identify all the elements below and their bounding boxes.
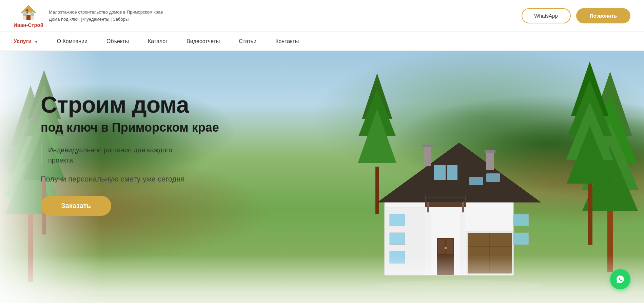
- order-button[interactable]: Заказать: [41, 196, 111, 216]
- hero-quote: Индивидуальное решение для каждого проек…: [41, 145, 190, 165]
- nav-link-about[interactable]: О Компании: [47, 32, 97, 51]
- whatsapp-icon: [614, 273, 626, 285]
- svg-rect-63: [446, 239, 453, 254]
- nav-link-articles[interactable]: Статьи: [229, 32, 266, 51]
- nav-item-services[interactable]: Услуги ▼: [14, 32, 47, 51]
- header-buttons: WhatsApp Позвонить: [522, 8, 630, 23]
- nav-item-video[interactable]: Видеоотчеты: [177, 32, 229, 51]
- hero-subtitle: Получи персональную смету уже сегодня: [41, 175, 219, 184]
- svg-rect-4: [31, 14, 34, 16]
- nav-link-video[interactable]: Видеоотчеты: [177, 32, 229, 51]
- logo-container[interactable]: Иван-Строй: [14, 3, 43, 28]
- nav-link-objects[interactable]: Объекты: [97, 32, 138, 51]
- hero-content: Строим дома под ключ в Приморском крае И…: [41, 92, 219, 216]
- svg-point-64: [445, 247, 447, 249]
- nav-item-articles[interactable]: Статьи: [229, 32, 266, 51]
- svg-rect-60: [462, 202, 464, 212]
- svg-rect-54: [485, 150, 495, 153]
- hero-title-sub: под ключ в Приморском крае: [41, 120, 219, 135]
- svg-point-5: [26, 9, 28, 11]
- svg-rect-68: [390, 233, 405, 245]
- nav-item-catalog[interactable]: Каталог: [138, 32, 177, 51]
- nav-link-services[interactable]: Услуги ▼: [14, 32, 47, 51]
- svg-rect-51: [424, 146, 431, 166]
- svg-rect-59: [427, 202, 429, 212]
- tagline-line1: Малоэтажное строительство домов в Примор…: [49, 9, 163, 16]
- svg-rect-70: [513, 214, 529, 226]
- svg-rect-28: [588, 184, 592, 245]
- svg-rect-48: [447, 165, 457, 180]
- header-left: Иван-Строй Малоэтажное строительство дом…: [14, 3, 163, 28]
- nav-list: Услуги ▼ О Компании Объекты Каталог Виде…: [14, 32, 630, 51]
- tagline-line2: Дома под ключ | Фундаменты | Заборы: [49, 16, 163, 23]
- svg-rect-62: [438, 239, 445, 254]
- nav-link-contacts[interactable]: Контакты: [266, 32, 308, 51]
- header-tagline: Малоэтажное строительство домов в Примор…: [49, 9, 163, 23]
- svg-rect-53: [486, 151, 494, 170]
- logo-text: Иван-Строй: [14, 22, 43, 28]
- nav-item-contacts[interactable]: Контакты: [266, 32, 308, 51]
- whatsapp-button[interactable]: WhatsApp: [522, 8, 571, 23]
- svg-marker-0: [21, 5, 36, 13]
- svg-rect-56: [425, 195, 426, 203]
- svg-rect-52: [422, 145, 433, 147]
- call-button[interactable]: Позвонить: [576, 8, 630, 23]
- svg-rect-50: [486, 173, 500, 182]
- svg-rect-57: [465, 195, 466, 203]
- svg-rect-55: [425, 202, 466, 207]
- tree-right-2-icon: [563, 58, 617, 245]
- svg-rect-3: [23, 14, 26, 16]
- svg-point-9: [29, 9, 31, 11]
- main-nav: Услуги ▼ О Компании Объекты Каталог Виде…: [0, 32, 644, 51]
- svg-rect-71: [513, 233, 529, 245]
- nav-link-catalog[interactable]: Каталог: [138, 32, 177, 51]
- svg-rect-49: [469, 177, 483, 185]
- hero-section: Строим дома под ключ в Приморском крае И…: [0, 51, 644, 303]
- svg-rect-2: [26, 15, 31, 20]
- whatsapp-float-button[interactable]: [610, 269, 630, 289]
- nav-item-objects[interactable]: Объекты: [97, 32, 138, 51]
- hero-fog: [0, 255, 644, 303]
- hero-title-main: Строим дома: [41, 92, 219, 117]
- chevron-down-icon: ▼: [35, 40, 38, 44]
- logo-icon: [18, 3, 39, 22]
- svg-rect-67: [390, 214, 405, 226]
- header: Иван-Строй Малоэтажное строительство дом…: [0, 0, 644, 32]
- svg-rect-47: [434, 165, 446, 180]
- nav-item-about[interactable]: О Компании: [47, 32, 97, 51]
